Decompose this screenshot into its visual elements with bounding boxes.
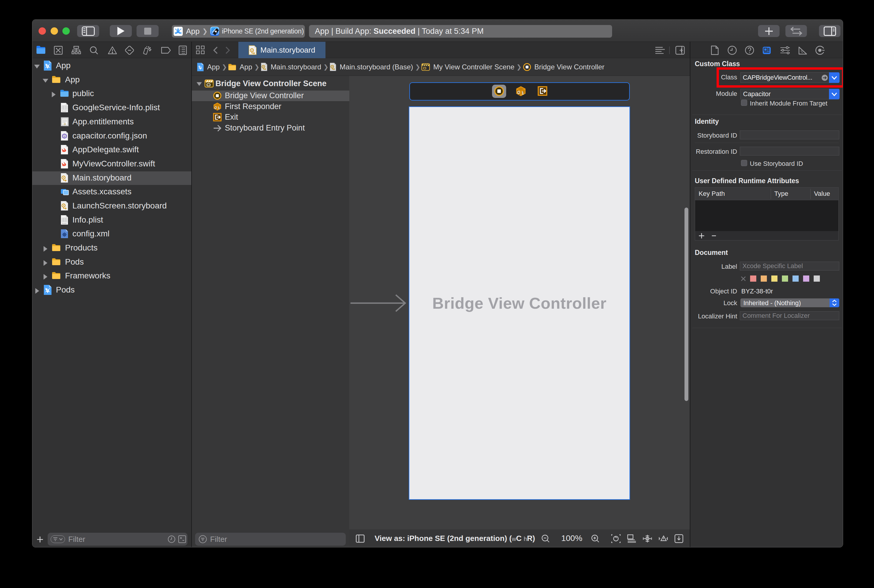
svg-text:B: B bbox=[63, 135, 65, 138]
svg-text:1: 1 bbox=[218, 106, 220, 110]
svg-text:1: 1 bbox=[522, 90, 524, 95]
svg-text:PLIST: PLIST bbox=[62, 110, 67, 112]
svg-text:PLIST: PLIST bbox=[62, 222, 67, 224]
